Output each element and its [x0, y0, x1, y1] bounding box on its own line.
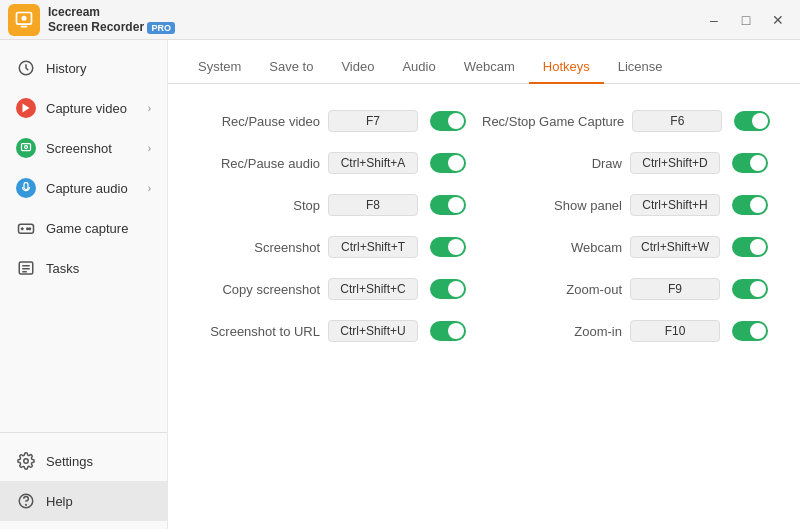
sidebar-label-screenshot: Screenshot — [46, 141, 112, 156]
title-controls: – □ ✕ — [700, 10, 792, 30]
sidebar-bottom: Settings Help — [0, 432, 167, 529]
tab-bar: System Save to Video Audio Webcam Hotkey… — [168, 40, 800, 84]
sidebar-label-history: History — [46, 61, 86, 76]
title-left: IcecreamScreen Recorder PRO — [8, 4, 175, 36]
capture-audio-icon — [16, 178, 36, 198]
hotkey-key-copy-screenshot[interactable]: Ctrl+Shift+C — [328, 278, 418, 300]
chevron-right-icon: › — [148, 143, 151, 154]
svg-point-9 — [27, 228, 29, 230]
hotkey-screenshot-url: Screenshot to URL Ctrl+Shift+U — [192, 310, 474, 352]
minimize-button[interactable]: – — [700, 10, 728, 30]
sidebar-label-settings: Settings — [46, 454, 93, 469]
toggle-draw[interactable] — [732, 153, 768, 173]
sidebar-item-game-capture[interactable]: Game capture — [0, 208, 167, 248]
hotkey-key-zoom-in[interactable]: F10 — [630, 320, 720, 342]
svg-point-6 — [25, 146, 28, 149]
hotkey-label-webcam: Webcam — [482, 240, 622, 255]
close-button[interactable]: ✕ — [764, 10, 792, 30]
tasks-icon — [16, 258, 36, 278]
toggle-zoom-in[interactable] — [732, 321, 768, 341]
chevron-right-icon: › — [148, 183, 151, 194]
hotkey-label-draw: Draw — [482, 156, 622, 171]
sidebar-item-help[interactable]: Help — [0, 481, 167, 521]
tab-audio[interactable]: Audio — [388, 51, 449, 84]
hotkey-copy-screenshot: Copy screenshot Ctrl+Shift+C — [192, 268, 474, 310]
sidebar-label-capture-video: Capture video — [46, 101, 127, 116]
toggle-rec-stop-game[interactable] — [734, 111, 770, 131]
app-icon — [8, 4, 40, 36]
toggle-rec-pause-audio[interactable] — [430, 153, 466, 173]
hotkey-label-rec-stop-game: Rec/Stop Game Capture — [482, 114, 624, 129]
hotkeys-left-col: Rec/Pause video F7 Rec/Pause audio Ctrl+… — [192, 100, 474, 352]
tab-save-to[interactable]: Save to — [255, 51, 327, 84]
sidebar-item-settings[interactable]: Settings — [0, 441, 167, 481]
sidebar-item-tasks[interactable]: Tasks — [0, 248, 167, 288]
app-name: IcecreamScreen Recorder PRO — [48, 5, 175, 34]
toggle-stop[interactable] — [430, 195, 466, 215]
hotkey-key-show-panel[interactable]: Ctrl+Shift+H — [630, 194, 720, 216]
toggle-zoom-out[interactable] — [732, 279, 768, 299]
screenshot-icon — [16, 138, 36, 158]
hotkey-draw: Draw Ctrl+Shift+D — [474, 142, 776, 184]
toggle-webcam[interactable] — [732, 237, 768, 257]
toggle-copy-screenshot[interactable] — [430, 279, 466, 299]
tab-system[interactable]: System — [184, 51, 255, 84]
svg-point-16 — [26, 504, 27, 505]
hotkey-label-copy-screenshot: Copy screenshot — [200, 282, 320, 297]
svg-rect-5 — [22, 144, 31, 151]
toggle-rec-pause-video[interactable] — [430, 111, 466, 131]
hotkey-rec-stop-game: Rec/Stop Game Capture F6 — [474, 100, 776, 142]
pro-badge: PRO — [147, 22, 175, 34]
hotkey-label-show-panel: Show panel — [482, 198, 622, 213]
hotkey-rec-pause-audio: Rec/Pause audio Ctrl+Shift+A — [192, 142, 474, 184]
sidebar-label-capture-audio: Capture audio — [46, 181, 128, 196]
hotkey-label-screenshot-url: Screenshot to URL — [200, 324, 320, 339]
hotkey-key-screenshot-url[interactable]: Ctrl+Shift+U — [328, 320, 418, 342]
hotkey-zoom-out: Zoom-out F9 — [474, 268, 776, 310]
hotkey-webcam: Webcam Ctrl+Shift+W — [474, 226, 776, 268]
svg-point-14 — [24, 459, 29, 464]
hotkey-key-rec-pause-audio[interactable]: Ctrl+Shift+A — [328, 152, 418, 174]
sidebar-label-game-capture: Game capture — [46, 221, 128, 236]
game-capture-icon — [16, 218, 36, 238]
hotkey-key-webcam[interactable]: Ctrl+Shift+W — [630, 236, 720, 258]
tab-hotkeys[interactable]: Hotkeys — [529, 51, 604, 84]
hotkey-key-draw[interactable]: Ctrl+Shift+D — [630, 152, 720, 174]
svg-point-1 — [22, 15, 27, 20]
title-bar: IcecreamScreen Recorder PRO – □ ✕ — [0, 0, 800, 40]
svg-rect-2 — [21, 25, 28, 27]
hotkey-label-zoom-out: Zoom-out — [482, 282, 622, 297]
tab-video[interactable]: Video — [327, 51, 388, 84]
toggle-screenshot[interactable] — [430, 237, 466, 257]
hotkey-key-stop[interactable]: F8 — [328, 194, 418, 216]
sidebar-item-history[interactable]: History — [0, 48, 167, 88]
hotkey-screenshot: Screenshot Ctrl+Shift+T — [192, 226, 474, 268]
help-icon — [16, 491, 36, 511]
main-layout: History Capture video › Screenshot — [0, 40, 800, 529]
hotkey-label-screenshot: Screenshot — [200, 240, 320, 255]
maximize-button[interactable]: □ — [732, 10, 760, 30]
sidebar-item-screenshot[interactable]: Screenshot › — [0, 128, 167, 168]
history-icon — [16, 58, 36, 78]
hotkeys-grid: Rec/Pause video F7 Rec/Pause audio Ctrl+… — [192, 100, 776, 352]
hotkey-key-rec-stop-game[interactable]: F6 — [632, 110, 722, 132]
tab-webcam[interactable]: Webcam — [450, 51, 529, 84]
hotkeys-content: Rec/Pause video F7 Rec/Pause audio Ctrl+… — [168, 84, 800, 529]
toggle-show-panel[interactable] — [732, 195, 768, 215]
sidebar-label-tasks: Tasks — [46, 261, 79, 276]
sidebar: History Capture video › Screenshot — [0, 40, 168, 529]
hotkey-zoom-in: Zoom-in F10 — [474, 310, 776, 352]
hotkey-show-panel: Show panel Ctrl+Shift+H — [474, 184, 776, 226]
hotkey-label-zoom-in: Zoom-in — [482, 324, 622, 339]
sidebar-item-capture-audio[interactable]: Capture audio › — [0, 168, 167, 208]
sidebar-label-help: Help — [46, 494, 73, 509]
sidebar-item-capture-video[interactable]: Capture video › — [0, 88, 167, 128]
hotkey-key-rec-pause-video[interactable]: F7 — [328, 110, 418, 132]
hotkey-key-zoom-out[interactable]: F9 — [630, 278, 720, 300]
hotkey-key-screenshot[interactable]: Ctrl+Shift+T — [328, 236, 418, 258]
hotkey-label-stop: Stop — [200, 198, 320, 213]
tab-license[interactable]: License — [604, 51, 677, 84]
hotkey-stop: Stop F8 — [192, 184, 474, 226]
chevron-right-icon: › — [148, 103, 151, 114]
toggle-screenshot-url[interactable] — [430, 321, 466, 341]
